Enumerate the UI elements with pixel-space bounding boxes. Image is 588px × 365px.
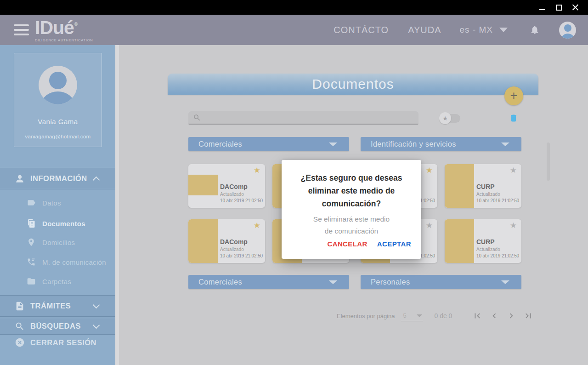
document-card-dacomp[interactable]: ★ DAComp Actualizado 10 abr 2019 21:02:5… (188, 219, 265, 263)
document-name: CURP (476, 238, 520, 245)
document-status: Actualizado (220, 247, 263, 252)
chevron-down-icon (329, 143, 337, 146)
chevron-down-icon (93, 302, 100, 309)
card-text: CURP Actualizado 10 abr 2019 21:02:50 (476, 183, 520, 203)
section-label: BÚSQUEDAS (30, 322, 81, 331)
close-circle-icon (15, 337, 25, 348)
chevron-down-icon (501, 280, 509, 284)
sidebar-item-medios-comunicacion[interactable]: M. de comunicación (0, 255, 115, 269)
registered-mark: ® (74, 22, 78, 27)
category-dropdown-personales[interactable]: Personales (361, 275, 521, 289)
language-selector[interactable]: es - MX (460, 25, 508, 35)
page-range: 0 de 0 (434, 312, 452, 319)
sidebar-item-label: M. de comunicación (42, 258, 106, 266)
document-thumbnail (188, 175, 218, 195)
user-avatar[interactable] (559, 22, 576, 39)
maximize-icon (556, 5, 562, 11)
language-label: es - MX (460, 25, 493, 35)
favorite-star-icon[interactable]: ★ (510, 166, 517, 174)
hamburger-menu-icon[interactable] (14, 24, 29, 35)
chevron-down-icon (93, 322, 100, 329)
maximize-button[interactable] (550, 1, 567, 14)
accept-button[interactable]: ACEPTAR (377, 240, 411, 248)
section-label: TRÁMITES (30, 302, 71, 310)
app-window: IDué® DILIGENCE AUTHENTICATION CONTÁCTO … (0, 0, 588, 365)
favorite-star-icon[interactable]: ★ (510, 222, 517, 229)
items-per-page-label: Elementos por página (337, 313, 395, 319)
sidebar-item-label: Datos (42, 199, 61, 207)
favorite-star-icon[interactable]: ★ (254, 166, 260, 174)
section-label: INFORMACIÓN (30, 174, 87, 183)
chevron-down-icon (329, 280, 337, 284)
document-card-dacomp[interactable]: ★ DAComp Actualizado 10 abr 2019 21:02:5… (188, 164, 265, 208)
chevron-right-icon (506, 311, 516, 321)
dialog-title: ¿Estas seguro que deseas eliminar este m… (297, 171, 406, 210)
scrollbar-thumb[interactable] (547, 143, 550, 181)
sidebar-item-datos[interactable]: Datos (0, 196, 115, 210)
delete-trash-button[interactable] (509, 113, 518, 124)
notifications-bell-icon[interactable] (530, 24, 540, 35)
next-page-button[interactable] (506, 311, 516, 321)
top-navbar: IDué® DILIGENCE AUTHENTICATION CONTÁCTO … (0, 15, 588, 45)
sidebar-divider (115, 45, 119, 365)
logo-subtitle: DILIGENCE AUTHENTICATION (35, 39, 93, 42)
dropdown-label: Comerciales (198, 140, 242, 148)
page-title: Documentos (312, 76, 394, 92)
add-document-button[interactable]: + (504, 86, 523, 105)
sidebar-item-label: Domicilios (42, 239, 75, 246)
dialog-message-line: Se eliminará este medio (297, 213, 406, 225)
help-link[interactable]: AYUDA (408, 25, 441, 35)
document-card-curp[interactable]: ★ CURP Actualizado 10 abr 2019 21:02:50 (445, 219, 521, 263)
close-icon (572, 4, 579, 11)
profile-email: vaniagamag@hotmail.com (14, 134, 102, 139)
delete-confirmation-dialog: ¿Estas seguro que deseas eliminar este m… (282, 160, 421, 259)
last-page-button[interactable] (523, 311, 533, 321)
dialog-message-line: de comunicación (297, 225, 406, 237)
document-status: Actualizado (476, 192, 520, 197)
minimize-button[interactable] (534, 1, 550, 14)
sidebar-item-documentos[interactable]: Documentos (0, 217, 115, 230)
label-icon (27, 198, 36, 207)
file-icon (15, 301, 25, 311)
first-page-button[interactable] (472, 311, 482, 321)
close-button[interactable] (567, 1, 583, 14)
search-input[interactable] (201, 114, 418, 121)
document-status: Actualizado (220, 192, 263, 197)
logout-button[interactable]: CERRAR SESIÓN (0, 335, 115, 350)
page-header: Documentos (168, 74, 538, 95)
folder-icon (27, 277, 36, 286)
favorites-filter-toggle[interactable]: ★ (439, 112, 460, 124)
search-bar (188, 111, 418, 125)
sidebar: Vania Gama vaniagamag@hotmail.com INFORM… (0, 45, 115, 365)
chevron-down-icon (501, 143, 509, 146)
pagination: Elementos por página 5 0 de 0 (337, 309, 533, 323)
document-name: DAComp (220, 238, 263, 245)
chevron-down-icon (417, 314, 422, 317)
logout-label: CERRAR SESIÓN (30, 338, 96, 347)
sidebar-section-tramites[interactable]: TRÁMITES (0, 295, 115, 317)
documents-icon (27, 219, 36, 228)
contact-link[interactable]: CONTÁCTO (334, 25, 389, 35)
document-name: DAComp (220, 183, 263, 190)
category-dropdown-comerciales-bottom[interactable]: Comerciales (188, 275, 349, 289)
document-name: CURP (476, 183, 520, 190)
category-dropdown-identificacion[interactable]: Identificación y servicios (361, 137, 521, 151)
sidebar-section-busquedas[interactable]: BÚSQUEDAS (0, 318, 115, 335)
dialog-message: Se eliminará este medio de comunicación (297, 213, 406, 237)
first-page-icon (472, 311, 482, 321)
document-thumbnail (445, 219, 474, 263)
document-card-curp[interactable]: ★ CURP Actualizado 10 abr 2019 21:02:50 (445, 164, 521, 208)
person-icon (15, 174, 25, 184)
sidebar-item-carpetas[interactable]: Carpetas (0, 274, 115, 288)
favorite-star-icon[interactable]: ★ (254, 222, 260, 229)
previous-page-button[interactable] (489, 311, 499, 321)
logo-title: IDué (35, 17, 74, 38)
category-dropdown-comerciales-top[interactable]: Comerciales (188, 137, 349, 151)
sidebar-section-informacion[interactable]: INFORMACIÓN (0, 168, 115, 189)
favorite-star-icon[interactable]: ★ (426, 222, 433, 229)
page-size-select[interactable]: 5 (401, 311, 423, 321)
sidebar-item-domicilios[interactable]: Domicilios (0, 235, 115, 249)
favorite-star-icon[interactable]: ★ (426, 166, 433, 174)
cancel-button[interactable]: CANCELAR (327, 240, 367, 248)
document-status: Actualizado (476, 247, 520, 252)
